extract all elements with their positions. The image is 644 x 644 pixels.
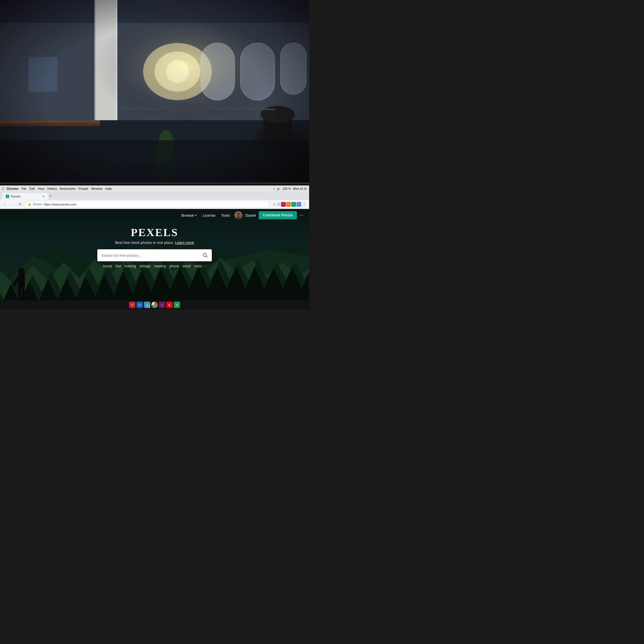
secure-icon: 🔒 xyxy=(28,203,31,206)
forward-button[interactable]: → xyxy=(10,202,15,207)
search-submit-button[interactable] xyxy=(203,253,208,258)
bookmarks-menu[interactable]: Bookmarks xyxy=(60,187,76,190)
more-nav-icon[interactable]: ··· xyxy=(300,213,303,218)
tab-favicon: P xyxy=(6,195,9,198)
back-button[interactable]: ← xyxy=(2,202,8,207)
user-avatar[interactable] xyxy=(234,211,242,219)
chrome-tab-bar: P Pexels ✕ + xyxy=(0,192,309,200)
reload-button[interactable]: ↻ xyxy=(17,202,23,207)
gmail-dock-icon[interactable]: M xyxy=(129,302,135,308)
pexels-search-bar[interactable] xyxy=(97,249,212,261)
suggestion-house[interactable]: house xyxy=(103,264,112,268)
chrome-menu-item[interactable]: Chrome xyxy=(7,187,19,190)
clock-display: Wed 16:15 xyxy=(293,187,307,190)
file-menu[interactable]: File xyxy=(21,187,27,190)
ext-icon-2[interactable]: P xyxy=(286,202,291,207)
chrome-address-bar-row: ← → ↻ 🔒 Secure https://www.pexels.com ☆ … xyxy=(0,200,309,209)
pexels-logo-text: PEXELS xyxy=(131,226,178,239)
apple-menu[interactable]:  xyxy=(2,186,4,191)
ext-icon-4[interactable]: G xyxy=(297,202,301,207)
window-menu[interactable]: Window xyxy=(91,187,102,190)
sheets-dock-icon[interactable]: ⊞ xyxy=(174,302,180,308)
svg-rect-30 xyxy=(0,0,309,189)
help-menu[interactable]: Help xyxy=(105,187,112,190)
wifi-icon[interactable]: 〈 xyxy=(274,187,274,190)
pexels-nav-right: Daniel Contribute Photos ··· xyxy=(234,211,303,219)
pexels-hero-content: PEXELS Best free stock photos in one pla… xyxy=(0,226,309,268)
suggestion-wood[interactable]: wood xyxy=(183,264,191,268)
people-menu[interactable]: People xyxy=(78,187,88,190)
view-menu[interactable]: View xyxy=(37,187,44,190)
contribute-photos-button[interactable]: Contribute Photos xyxy=(259,211,297,219)
browser-toolbar-icons: ☆ ☑ P P S G ⋮ xyxy=(272,202,307,207)
suggestion-training[interactable]: training xyxy=(125,264,136,268)
learn-more-link[interactable]: Learn more xyxy=(175,240,194,245)
drive-dock-icon[interactable]: ▲ xyxy=(144,302,150,308)
ext-icon-1[interactable]: P xyxy=(281,202,286,207)
svg-line-49 xyxy=(206,256,208,258)
tab-title: Pexels xyxy=(11,195,20,198)
edit-menu[interactable]: Edit xyxy=(29,187,35,190)
suggestion-blur[interactable]: blur xyxy=(116,264,121,268)
star-icon[interactable]: ☆ xyxy=(272,202,276,207)
tab-close-icon[interactable]: ✕ xyxy=(42,195,45,198)
svg-line-45 xyxy=(14,278,18,285)
pexels-tagline-text: Best free stock photos in one place. Lea… xyxy=(115,240,194,245)
svg-rect-32 xyxy=(0,183,309,184)
pexels-nav-left: Browse ▼ License Tools xyxy=(181,213,230,218)
chrome-menu-dots[interactable]: ⋮ xyxy=(302,202,307,207)
battery-status: 100 % xyxy=(283,187,291,190)
chrome-tab-active[interactable]: P Pexels ✕ xyxy=(2,193,48,200)
pexels-website: Browse ▼ License Tools Daniel Contribute… xyxy=(0,209,309,309)
macos-menubar:  Chrome File Edit View History Bookmark… xyxy=(0,185,309,192)
url-display: https://www.pexels.com xyxy=(44,203,77,206)
address-field[interactable]: 🔒 Secure https://www.pexels.com xyxy=(25,201,270,208)
calendar-dock-icon[interactable]: 31 xyxy=(137,302,143,308)
svg-point-46 xyxy=(237,212,240,216)
browse-nav-item[interactable]: Browse ▼ xyxy=(181,213,197,218)
search-input[interactable] xyxy=(101,253,200,258)
secure-label: Secure xyxy=(33,203,42,206)
volume-icon[interactable]: 🔊 xyxy=(277,187,280,190)
search-suggestions-row: house blur training vintage meeting phon… xyxy=(103,264,206,268)
suggestion-meeting[interactable]: meeting xyxy=(154,264,166,268)
history-menu[interactable]: History xyxy=(47,187,57,190)
youtube-dock-icon[interactable]: ▶ xyxy=(166,302,173,308)
suggestion-phone[interactable]: phone xyxy=(169,264,179,268)
suggestion-vintage[interactable]: vintage xyxy=(139,264,151,268)
browse-dropdown-icon: ▼ xyxy=(195,214,197,217)
slack-dock-icon[interactable]: # xyxy=(159,302,165,308)
ext-icon-3[interactable]: S xyxy=(291,202,296,207)
chrome-dock-icon[interactable] xyxy=(151,302,158,308)
license-nav-item[interactable]: License xyxy=(203,213,216,218)
bookmark-icon[interactable]: ☑ xyxy=(277,202,280,206)
suggestion-more[interactable]: more → xyxy=(194,264,206,268)
svg-point-47 xyxy=(236,216,241,219)
tools-nav-item[interactable]: Tools xyxy=(221,213,230,218)
svg-rect-42 xyxy=(18,275,25,289)
new-tab-button[interactable]: + xyxy=(49,193,52,199)
user-name-label[interactable]: Daniel xyxy=(245,213,256,218)
pexels-navbar: Browse ▼ License Tools Daniel Contribute… xyxy=(0,209,309,222)
